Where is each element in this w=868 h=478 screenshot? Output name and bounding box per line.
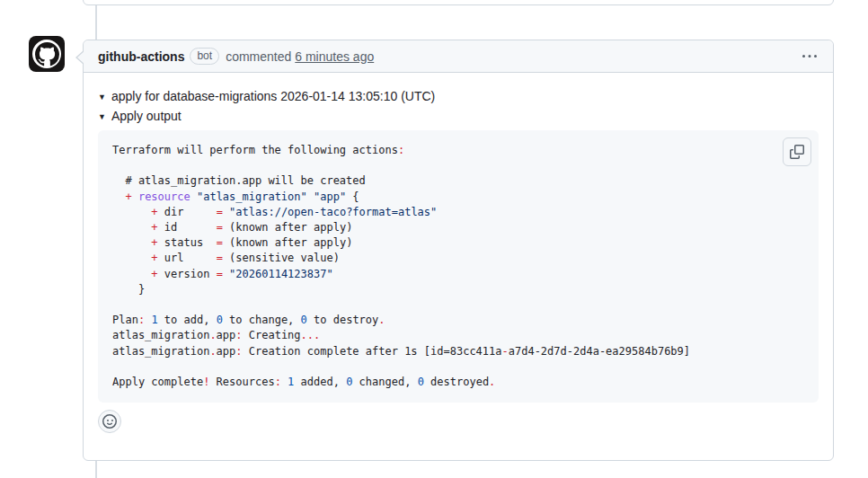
smiley-icon: [102, 414, 117, 429]
code-line: [112, 359, 804, 375]
code-line: Terraform will perform the following act…: [112, 143, 804, 158]
comment-timestamp-link[interactable]: 6 minutes ago: [295, 49, 374, 64]
copy-button[interactable]: [783, 137, 811, 166]
comment-card: github-actions bot commented 6 minutes a…: [83, 40, 834, 461]
code-line: + id = (known after apply): [112, 220, 804, 235]
details-apply-output: ▼Apply output Terraform will perform t: [98, 107, 819, 403]
code-line: Apply complete! Resources: 1 added, 0 ch…: [112, 375, 804, 390]
code-line: + resource "atlas_migration" "app" {: [112, 190, 804, 205]
code-line: + status = (known after apply): [112, 235, 804, 251]
avatar[interactable]: [29, 36, 65, 72]
details-apply-run-summary[interactable]: ▼apply for database-migrations 2026-01-1…: [98, 87, 819, 107]
details-apply-output-label: Apply output: [111, 109, 182, 123]
details-apply-run-label: apply for database-migrations 2026-01-14…: [111, 89, 435, 103]
comment-body: ▼apply for database-migrations 2026-01-1…: [84, 73, 833, 460]
code-line: }: [112, 282, 804, 297]
bot-badge: bot: [190, 48, 219, 65]
code-line: atlas_migration.app: Creation complete a…: [112, 344, 804, 359]
code-content[interactable]: Terraform will perform the following act…: [112, 143, 804, 390]
chevron-down-icon: ▼: [98, 88, 106, 107]
pr-timeline: github-actions bot commented 6 minutes a…: [0, 0, 868, 478]
kebab-menu-button[interactable]: [797, 46, 822, 67]
details-apply-run: ▼apply for database-migrations 2026-01-1…: [98, 87, 819, 403]
code-line: atlas_migration.app: Creating...: [112, 328, 804, 343]
details-apply-output-summary[interactable]: ▼Apply output: [98, 107, 819, 127]
kebab-horizontal-icon: [802, 49, 817, 64]
comment-author-link[interactable]: github-actions: [98, 49, 184, 64]
code-line: + version = "20260114123837": [112, 267, 804, 282]
code-line: [112, 158, 804, 173]
comment-action-text: commented: [226, 49, 291, 64]
comment-header: github-actions bot commented 6 minutes a…: [84, 40, 833, 73]
code-line: Plan: 1 to add, 0 to change, 0 to destro…: [112, 313, 804, 328]
previous-comment-fragment: [83, 0, 834, 5]
github-logo-icon: [32, 40, 61, 68]
add-reaction-button[interactable]: [98, 410, 121, 433]
code-line: # atlas_migration.app will be created: [112, 173, 804, 189]
terraform-output-code-block: Terraform will perform the following act…: [98, 130, 819, 403]
code-line: [112, 297, 804, 313]
chevron-down-icon: ▼: [98, 108, 106, 127]
code-line: + url = (sensitive value): [112, 251, 804, 266]
copy-icon: [790, 145, 804, 159]
code-line: + dir = "atlas://open-taco?format=atlas": [112, 205, 804, 220]
